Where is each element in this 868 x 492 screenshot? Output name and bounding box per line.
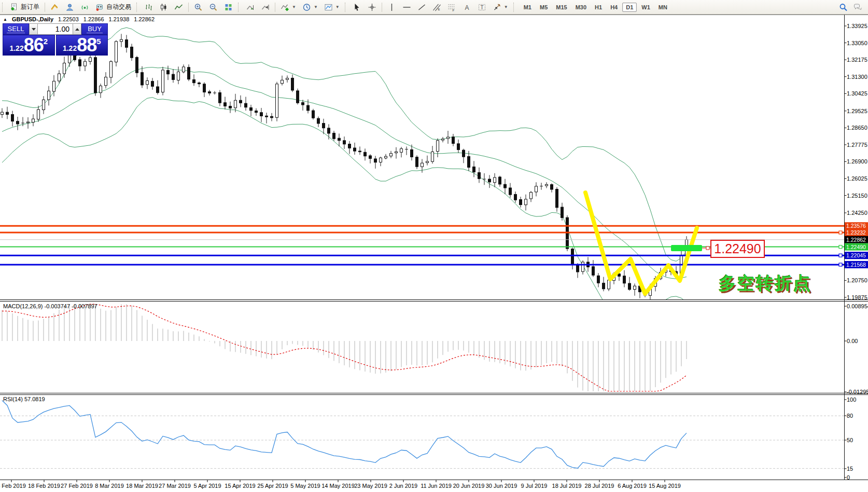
timeframe-button-M15[interactable]: M15 [552,3,570,12]
buy-price[interactable]: 1.22885 [56,35,108,56]
volume-input[interactable]: 1.00 [38,23,73,35]
svg-text:1.33050: 1.33050 [847,40,867,46]
candle [172,74,175,79]
auto-scroll-button[interactable] [243,2,258,12]
price-close: 1.22862 [134,16,155,22]
timeframe-button-M30[interactable]: M30 [572,3,590,12]
candle [276,84,278,118]
candle [281,80,284,83]
line-chart-icon [174,3,183,11]
sell-button[interactable]: SELL [3,23,29,35]
label-tool[interactable]: T [474,2,489,12]
timeframe-bar: M1M5M15M30H1H4D1W1MN [520,3,671,12]
candle [628,283,631,290]
svg-text:1.23232: 1.23232 [846,229,866,236]
up-arrow-icon [75,28,79,31]
new-order-button[interactable]: 新订单 [7,2,43,12]
search-icon[interactable] [839,3,848,11]
timeframe-button-H1[interactable]: H1 [591,3,606,12]
svg-text:15 Aug 2019: 15 Aug 2019 [649,483,681,489]
candle [478,172,481,179]
highlight-zone[interactable] [671,245,702,251]
vertical-line-tool[interactable] [384,2,399,12]
horizontal-line-tool[interactable] [399,2,414,12]
chart-window-button[interactable] [47,2,62,12]
candle [245,103,247,107]
crosshair-tool[interactable] [365,2,380,12]
svg-text:9 Jul 2019: 9 Jul 2019 [521,483,548,489]
candle [592,267,595,275]
price-callout-box[interactable]: 1.22490 [710,240,765,258]
trendline-icon [417,3,426,11]
timeframe-button-D1[interactable]: D1 [622,3,637,12]
svg-text:27 Feb 2019: 27 Feb 2019 [61,483,93,489]
candle [125,40,128,48]
svg-text:1.25150: 1.25150 [847,193,867,199]
volume-increase-button[interactable] [73,23,81,35]
candle [271,116,273,118]
tile-windows-icon [224,3,233,11]
candle [58,74,61,81]
fibonacci-tool[interactable]: F [444,2,459,12]
candle [468,156,470,167]
svg-text:1.26025: 1.26025 [847,175,867,182]
candle [177,72,180,80]
candle [400,149,403,153]
candle [380,158,382,162]
candle [240,100,242,103]
svg-text:1.20750: 1.20750 [847,277,867,283]
zoom-out-button[interactable] [206,2,221,12]
wave-drawing[interactable] [585,193,697,294]
cursor-tool[interactable] [349,2,365,12]
candle [302,103,304,105]
chat-icon[interactable] [853,3,862,11]
templates-button[interactable]: ▼ [321,2,343,12]
channel-tool[interactable]: E [429,2,444,12]
sell-price[interactable]: 1.22862 [3,35,55,56]
candle [307,105,310,111]
bar-chart-button[interactable] [141,2,156,12]
candle [17,121,19,124]
svg-text:50: 50 [847,437,853,443]
candle [136,57,138,73]
volume-decrease-button[interactable] [29,23,38,35]
candle [473,167,475,172]
sell-price-handle: 1.22 [9,44,23,52]
line-chart-button[interactable] [171,2,186,12]
svg-text:A: A [465,4,469,11]
candle [535,186,538,192]
arrows-tool[interactable]: ▼ [489,2,511,12]
zoom-in-button[interactable] [191,2,206,12]
text-tool[interactable]: A [459,2,474,12]
candlestick-button[interactable] [156,2,171,12]
svg-text:-0.012957: -0.012957 [847,389,868,395]
candle [488,179,491,182]
toolbar: 新订单 自动交易 ▼ ▼ [0,0,868,15]
trendline-tool[interactable] [414,2,429,12]
timeframe-button-M1[interactable]: M1 [520,3,535,12]
chart-shift-button[interactable] [258,2,273,12]
candle [43,100,45,110]
timeframe-button-H4[interactable]: H4 [607,3,621,12]
autotrading-button[interactable]: 自动交易 [92,2,134,12]
tile-windows-button[interactable] [221,2,236,12]
svg-text:5 May 2019: 5 May 2019 [290,483,320,489]
candle [463,150,465,157]
timeframe-button-W1[interactable]: W1 [638,3,654,12]
candle [634,286,636,290]
svg-text:0.00: 0.00 [847,338,858,344]
community-button[interactable] [62,2,77,12]
indicators-button[interactable]: ▼ [277,2,299,12]
candle [120,39,123,42]
candle [79,60,81,66]
candle [297,91,299,103]
candle [556,189,558,208]
buy-button[interactable]: BUY [81,23,108,35]
signals-button[interactable] [77,2,92,12]
timeframe-button-M5[interactable]: M5 [536,3,551,12]
drawings-layer[interactable] [585,193,702,294]
turning-point-annotation[interactable]: 多空转折点 [719,272,812,295]
timeframe-button-MN[interactable]: MN [655,3,671,12]
periods-button[interactable]: ▼ [299,2,321,12]
svg-text:11 Jun 2019: 11 Jun 2019 [421,483,452,489]
